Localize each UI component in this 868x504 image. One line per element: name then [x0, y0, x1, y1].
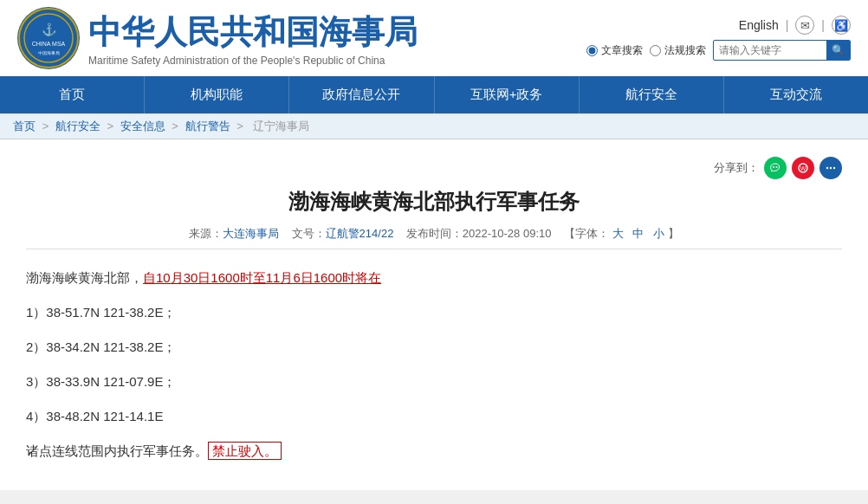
nav-internet[interactable]: 互联网+政务	[435, 76, 580, 113]
nav-interact[interactable]: 互动交流	[724, 76, 868, 113]
share-more-icon[interactable]	[819, 157, 842, 179]
divider: |	[786, 18, 789, 32]
header-right: English | ✉ | ♿ 文章搜索 法规搜索 🔍	[586, 16, 851, 61]
logo-text: 中华人民共和国海事局 Maritime Safety Administratio…	[88, 10, 418, 67]
main-nav: 首页 机构职能 政府信息公开 互联网+政务 航行安全 互动交流	[0, 76, 868, 113]
search-box: 🔍	[713, 40, 851, 61]
radio-law-input[interactable]	[650, 45, 661, 56]
radio-article-input[interactable]	[586, 45, 598, 56]
doc-link[interactable]: 辽航警214/22	[326, 227, 394, 240]
font-label: 【字体：	[564, 227, 609, 240]
accessibility-icon[interactable]: ♿	[832, 16, 851, 35]
nav-info[interactable]: 政府信息公开	[289, 76, 434, 113]
header-links: English | ✉ | ♿	[739, 16, 851, 35]
search-input[interactable]	[714, 42, 826, 59]
svg-point-10	[830, 167, 832, 169]
source-link[interactable]: 大连海事局	[223, 227, 279, 240]
share-wechat-icon[interactable]	[764, 157, 787, 179]
breadcrumb-sep4: >	[236, 120, 246, 132]
article-meta: 来源：大连海事局 文号：辽航警214/22 发布时间：2022-10-28 09…	[26, 226, 842, 242]
point-1: 1）38-51.7N 121-38.2E；	[26, 300, 842, 326]
conclusion-normal: 诸点连线范围内执行军事任务。	[26, 443, 208, 458]
site-subtitle: Maritime Safety Administration of the Pe…	[88, 55, 418, 67]
svg-point-5	[773, 166, 774, 168]
font-medium-link[interactable]: 中	[632, 227, 644, 240]
svg-point-9	[826, 167, 828, 169]
svg-text:W: W	[800, 165, 806, 171]
divider2: |	[821, 18, 825, 32]
highlight-text: 自10月30日1600时至11月6日1600时将在	[143, 270, 381, 285]
share-bar: 分享到： W	[26, 157, 842, 179]
radio-article-label: 文章搜索	[601, 43, 643, 58]
breadcrumb-home[interactable]: 首页	[13, 120, 36, 132]
date-value: 2022-10-28 09:10	[463, 227, 552, 240]
article-title: 渤海海峡黄海北部执行军事任务	[26, 188, 842, 216]
date-label: 发布时间：	[406, 227, 463, 240]
header-top: ⚓ CHINA MSA 中国海事局 中华人民共和国海事局 Maritime Sa…	[0, 0, 868, 76]
radio-law[interactable]: 法规搜索	[650, 43, 706, 58]
radio-law-label: 法规搜索	[664, 43, 706, 58]
search-button[interactable]: 🔍	[826, 41, 850, 60]
svg-text:CHINA MSA: CHINA MSA	[32, 41, 66, 47]
conclusion-paragraph: 诸点连线范围内执行军事任务。禁止驶入。	[26, 438, 842, 464]
article-body: 渤海海峡黄海北部，自10月30日1600时至11月6日1600时将在 1）38-…	[26, 265, 842, 464]
point-3: 3）38-33.9N 121-07.9E；	[26, 369, 842, 395]
svg-text:中国海事局: 中国海事局	[38, 50, 60, 55]
nav-functions[interactable]: 机构职能	[145, 76, 289, 113]
share-label: 分享到：	[714, 160, 759, 176]
share-weibo-icon[interactable]: W	[792, 157, 814, 179]
breadcrumb-sep3: >	[172, 120, 181, 132]
search-area: 文章搜索 法规搜索 🔍	[586, 40, 851, 61]
font-large-link[interactable]: 大	[612, 227, 624, 240]
radio-article[interactable]: 文章搜索	[586, 43, 643, 58]
meta-divider	[26, 249, 842, 249]
logo-icon: ⚓ CHINA MSA 中国海事局	[17, 7, 80, 69]
content-area: 分享到： W 渤海海峡黄海北部执行军事任务 来源：大连海事局 文号：辽航警214…	[0, 139, 868, 490]
svg-point-6	[776, 166, 778, 168]
breadcrumb-sep2: >	[107, 120, 116, 132]
breadcrumb-security-info[interactable]: 安全信息	[120, 120, 165, 132]
intro-paragraph: 渤海海峡黄海北部，自10月30日1600时至11月6日1600时将在	[26, 265, 842, 291]
logo-area: ⚓ CHINA MSA 中国海事局 中华人民共和国海事局 Maritime Sa…	[17, 7, 418, 69]
font-end: 】	[668, 227, 679, 240]
point-2: 2）38-34.2N 121-38.2E；	[26, 334, 842, 360]
nav-home[interactable]: 首页	[0, 76, 145, 113]
svg-text:⚓: ⚓	[42, 23, 57, 37]
nav-safety[interactable]: 航行安全	[580, 76, 724, 113]
breadcrumb-safety[interactable]: 航行安全	[55, 120, 100, 132]
source-label: 来源：	[189, 227, 223, 240]
intro-text: 渤海海峡黄海北部，	[26, 270, 143, 285]
breadcrumb-sep1: >	[42, 120, 52, 132]
site-title: 中华人民共和国海事局	[88, 10, 418, 55]
english-link[interactable]: English	[739, 18, 779, 32]
svg-point-0	[19, 9, 78, 68]
conclusion-highlight: 禁止驶入。	[208, 442, 282, 460]
doc-label: 文号：	[292, 227, 326, 240]
breadcrumb: 首页 > 航行安全 > 安全信息 > 航行警告 > 辽宁海事局	[0, 114, 868, 139]
svg-point-11	[833, 167, 835, 169]
font-small-link[interactable]: 小	[653, 227, 664, 240]
breadcrumb-warning[interactable]: 航行警告	[185, 120, 230, 132]
breadcrumb-current: 辽宁海事局	[253, 120, 309, 132]
point-4: 4）38-48.2N 121-14.1E	[26, 404, 842, 430]
email-icon[interactable]: ✉	[795, 16, 814, 35]
header: ⚓ CHINA MSA 中国海事局 中华人民共和国海事局 Maritime Sa…	[0, 0, 868, 114]
